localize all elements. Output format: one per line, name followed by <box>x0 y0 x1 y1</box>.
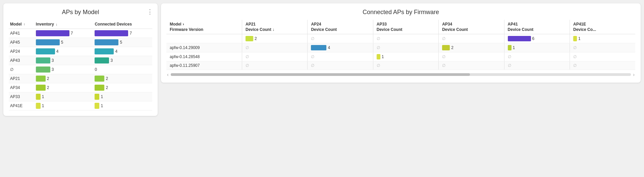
device-count-sort-icon[interactable]: ↓ <box>272 27 274 32</box>
cell-model: AP45 <box>9 38 35 47</box>
cell-model: AP24 <box>9 47 35 56</box>
scrollbar-track[interactable] <box>171 73 631 76</box>
cell-ap33: ∅ <box>373 34 438 43</box>
cell-ap24: ∅ <box>308 61 373 70</box>
cell-ap21: ∅ <box>242 43 307 52</box>
table-row: AP41E 1 1 <box>9 101 152 110</box>
cell-ap41: 6 <box>504 34 570 43</box>
th-ap33: AP33 <box>373 20 438 27</box>
table-row: ∅ 3 0 <box>9 65 152 74</box>
model-expand-icon[interactable]: › <box>183 22 184 27</box>
header-row-model-cols: Model › AP21 AP24 AP33 AP34 AP41 AP41E <box>166 20 635 27</box>
table-row: AP24 4 4 <box>9 47 152 56</box>
cell-connected: 4 <box>93 47 152 56</box>
cell-ap34: ∅ <box>439 61 504 70</box>
header-row-sub: Firmware Version Device Count ↓ Device C… <box>166 27 635 34</box>
table-row: AP41 7 7 <box>9 29 152 38</box>
cell-inventory: 3 <box>35 65 94 74</box>
null-value: ∅ <box>377 36 380 41</box>
cell-model: AP41E <box>9 101 35 110</box>
cell-ap34: ∅ <box>439 34 504 43</box>
th-ap41-count: Device Count <box>504 27 570 34</box>
th-ap41: AP41 <box>504 20 570 27</box>
model-sort-icon[interactable]: ↑ <box>23 23 25 26</box>
cell-ap41e: ∅ <box>570 52 636 61</box>
table-row: AP34 2 2 <box>9 83 152 92</box>
cell-inventory: 2 <box>35 74 94 83</box>
table-row: 2 ∅∅∅ 6 1 <box>166 34 635 43</box>
aps-by-model-table: Model ↑ Inventory ↓ Connected Devices AP… <box>9 20 152 110</box>
cell-ap33: ∅ <box>373 43 438 52</box>
table-row: AP33 1 1 <box>9 92 152 101</box>
th-ap21-count[interactable]: Device Count ↓ <box>242 27 307 34</box>
cell-connected: 1 <box>93 101 152 110</box>
cell-ap41e: 1 <box>570 34 636 43</box>
cell-model: ∅ <box>9 65 35 74</box>
table-row: AP43 3 3 <box>9 56 152 65</box>
table-row: AP21 2 2 <box>9 74 152 83</box>
scrollbar-thumb <box>171 73 470 76</box>
cell-model: AP43 <box>9 56 35 65</box>
scroll-left-icon[interactable]: ‹ <box>166 72 169 77</box>
null-value: ∅ <box>311 54 314 59</box>
cell-firmware <box>166 34 242 43</box>
left-card-title: APs by Model <box>9 9 152 16</box>
th-ap41e-count: Device Co... <box>570 27 636 34</box>
cell-firmware: apfw-0.14.29009 <box>166 43 242 52</box>
table-row: apfw-0.14.28548∅∅ 1 ∅∅∅ <box>166 52 635 61</box>
cell-model: AP41 <box>9 29 35 38</box>
inventory-sort-icon[interactable]: ↓ <box>56 23 57 26</box>
null-value: ∅ <box>311 36 314 41</box>
cell-connected: 7 <box>93 29 152 38</box>
horizontal-scrollbar[interactable]: ‹ › <box>166 72 635 77</box>
aps-by-model-card: APs by Model ⋮ Model ↑ Inventory ↓ Conne… <box>3 3 158 116</box>
cell-model: AP34 <box>9 83 35 92</box>
null-value: ∅ <box>573 54 577 59</box>
cell-inventory: 7 <box>35 29 94 38</box>
null-value: ∅ <box>377 45 380 50</box>
cell-inventory: 1 <box>35 92 94 101</box>
cell-inventory: 3 <box>35 56 94 65</box>
right-table-wrapper: Model › AP21 AP24 AP33 AP34 AP41 AP41E F… <box>166 20 635 70</box>
null-value: ∅ <box>246 63 249 68</box>
null-value: ∅ <box>508 54 511 59</box>
card-menu-icon[interactable]: ⋮ <box>147 8 153 15</box>
cell-ap41: 1 <box>504 43 570 52</box>
cell-connected: 1 <box>93 92 152 101</box>
cell-model: AP21 <box>9 74 35 83</box>
null-value: ∅ <box>246 45 249 50</box>
th-ap33-count: Device Count <box>373 27 438 34</box>
table-row: AP45 5 5 <box>9 38 152 47</box>
cell-connected: 0 <box>93 65 152 74</box>
cell-ap34: 2 <box>439 43 504 52</box>
cell-ap33: 1 <box>373 52 438 61</box>
null-value: ∅ <box>246 54 249 59</box>
cell-ap21: ∅ <box>242 61 307 70</box>
cell-firmware: apfw-0.11.25907 <box>166 61 242 70</box>
null-value: ∅ <box>573 45 577 50</box>
cell-ap24: ∅ <box>308 52 373 61</box>
null-value: ∅ <box>573 63 577 68</box>
cell-ap34: ∅ <box>439 52 504 61</box>
cell-model: AP33 <box>9 92 35 101</box>
cell-ap41: ∅ <box>504 61 570 70</box>
th-firmware-version: Firmware Version <box>166 27 242 34</box>
null-value: ∅ <box>442 36 445 41</box>
null-value: ∅ <box>377 63 380 68</box>
col-header-connected: Connected Devices <box>93 20 152 29</box>
null-value: ∅ <box>442 63 445 68</box>
connected-aps-firmware-table: Model › AP21 AP24 AP33 AP34 AP41 AP41E F… <box>166 20 635 70</box>
col-header-inventory[interactable]: Inventory ↓ <box>35 20 94 29</box>
cell-ap33: ∅ <box>373 61 438 70</box>
cell-inventory: 1 <box>35 101 94 110</box>
col-header-model[interactable]: Model ↑ <box>9 20 35 29</box>
scroll-right-icon[interactable]: › <box>632 72 635 77</box>
cell-ap21: 2 <box>242 34 307 43</box>
th-ap24-count: Device Count <box>308 27 373 34</box>
table-row: apfw-0.14.29009∅ 4 ∅ 2 1 ∅ <box>166 43 635 52</box>
cell-inventory: 5 <box>35 38 94 47</box>
th-model[interactable]: Model › <box>166 20 242 27</box>
cell-ap41e: ∅ <box>570 61 636 70</box>
th-ap34-count: Device Count <box>439 27 504 34</box>
cell-connected: 2 <box>93 83 152 92</box>
